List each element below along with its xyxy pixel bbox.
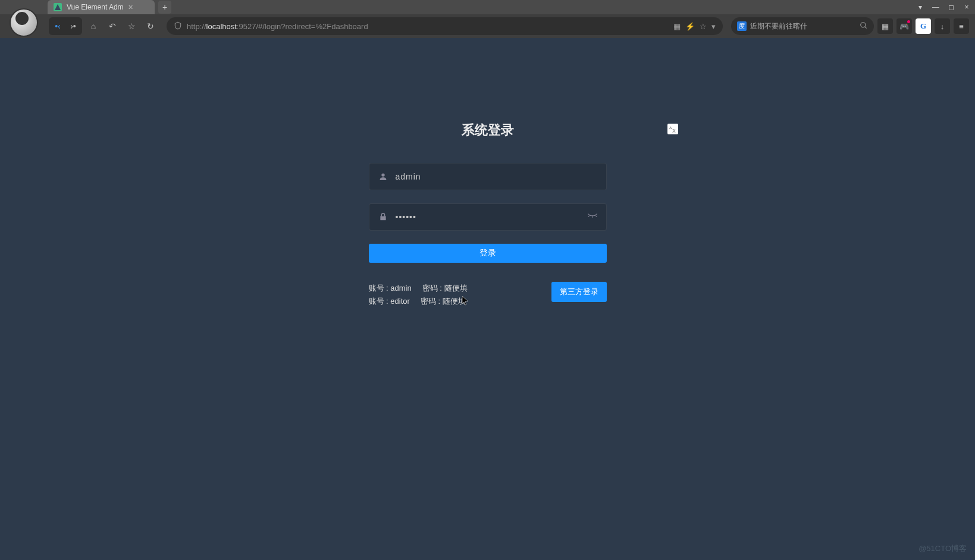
watermark: @51CTO博客 (918, 543, 967, 554)
gamepad-icon[interactable]: 🎮 (896, 18, 912, 34)
grid-icon[interactable]: ▦ (877, 18, 893, 34)
maximize-icon[interactable]: ◻ (946, 3, 956, 11)
url-path: :9527/#/login?redirect=%2Fdashboard (237, 22, 368, 31)
close-tab-icon[interactable]: × (128, 2, 133, 12)
thirdparty-login-button[interactable]: 第三方登录 (551, 282, 607, 302)
address-bar[interactable]: http://localhost:9527/#/login?redirect=%… (167, 17, 723, 35)
search-engine-icon: 度 (737, 21, 747, 31)
tip2-password: 密码 : 随便填 (421, 297, 466, 306)
svg-text:A: A (669, 126, 672, 130)
svg-text:文: 文 (672, 128, 675, 133)
home-button[interactable]: ⌂ (86, 18, 101, 34)
shield-icon (174, 21, 182, 32)
download-icon[interactable]: ↓ (935, 18, 950, 34)
login-form: 系统登录 A文 登录 账号 : admin密码 : 随便填 账号 : edito… (369, 121, 607, 560)
tip1-password: 密码 : 随便填 (422, 284, 468, 292)
new-tab-button[interactable]: + (158, 1, 171, 14)
bookmark-button[interactable]: ☆ (124, 18, 139, 34)
search-placeholder: 近期不要前往喀什 (750, 21, 856, 32)
back-button[interactable]: •‹ (50, 18, 65, 34)
reload-button[interactable]: ↶ (105, 18, 120, 34)
mouse-cursor-icon (462, 296, 469, 307)
star-icon[interactable]: ☆ (700, 22, 707, 31)
browser-tab[interactable]: Vue Element Adm × (48, 0, 155, 14)
vue-favicon-icon (54, 3, 62, 11)
tip1-account: 账号 : admin (369, 284, 412, 292)
search-box[interactable]: 度 近期不要前往喀什 (731, 17, 874, 35)
close-window-icon[interactable]: × (962, 3, 971, 11)
search-icon[interactable] (860, 21, 868, 32)
window-titlebar: Vue Element Adm × + ▾ — ◻ × (0, 0, 975, 14)
hamburger-menu-icon[interactable]: ≡ (954, 18, 969, 34)
svg-rect-5 (380, 216, 385, 221)
tab-title: Vue Element Adm (67, 3, 124, 11)
browser-toolbar: •‹ ›• ⌂ ↶ ☆ ↻ http://localhost:9527/#/lo… (0, 14, 975, 38)
password-input[interactable] (396, 212, 580, 222)
tip2-account: 账号 : editor (369, 297, 410, 306)
show-password-icon[interactable] (587, 212, 598, 222)
url-scheme: http:// (187, 22, 206, 31)
chevron-down-icon[interactable]: ▾ (711, 22, 716, 31)
svg-point-4 (381, 174, 384, 177)
page-content: 系统登录 A文 登录 账号 : admin密码 : 随便填 账号 : edito… (0, 38, 975, 560)
url-text: http://localhost:9527/#/login?redirect=%… (187, 22, 669, 31)
password-field[interactable] (369, 203, 607, 231)
svg-line-8 (595, 216, 597, 217)
svg-point-0 (861, 22, 866, 27)
g-extension-icon[interactable]: G (916, 18, 931, 34)
svg-line-6 (588, 216, 590, 217)
app-menu-icon[interactable]: ▾ (916, 3, 925, 11)
username-field[interactable] (369, 163, 607, 190)
flash-icon[interactable]: ⚡ (685, 22, 695, 31)
user-icon (378, 172, 388, 181)
username-input[interactable] (396, 172, 598, 181)
svg-line-1 (865, 26, 867, 28)
url-host: localhost (206, 22, 237, 31)
minimize-icon[interactable]: — (931, 3, 940, 11)
language-switch-icon[interactable]: A文 (667, 124, 678, 134)
login-title: 系统登录 (369, 121, 607, 139)
lock-icon (378, 212, 388, 222)
qr-icon[interactable]: ▦ (673, 22, 681, 31)
login-tips: 账号 : admin密码 : 随便填 账号 : editor密码 : 随便填 (369, 282, 478, 308)
refresh-button[interactable]: ↻ (143, 18, 158, 34)
login-button[interactable]: 登录 (369, 244, 607, 263)
profile-avatar[interactable] (10, 8, 38, 37)
forward-button[interactable]: ›• (65, 18, 81, 34)
